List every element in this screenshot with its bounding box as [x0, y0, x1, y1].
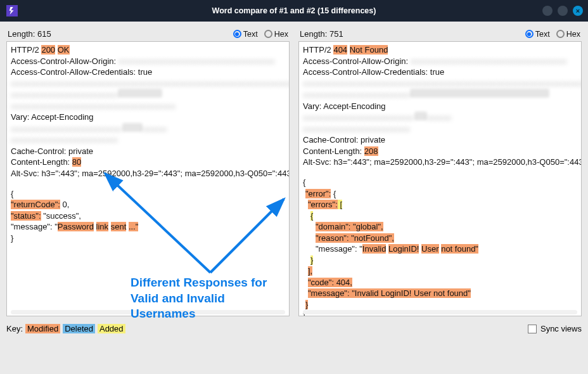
redacted-highlight [410, 89, 549, 98]
window-title: Word compare of #1 and #2 (15 difference… [212, 6, 376, 15]
json-key: "error": [305, 189, 331, 198]
header-acac: Access-Control-Allow-Credentials: true [303, 67, 577, 78]
radio-circle-icon [264, 30, 272, 38]
redacted-row: xxxxxxxxxxxxxxxxxxxxxxxxxxxxxxxxxxxxxxxx… [11, 89, 285, 112]
json-key: "returnCode": [11, 200, 60, 209]
pane-header-left: Length: 615 Text Hex [6, 29, 290, 39]
close-button[interactable]: × [573, 6, 583, 16]
http-version: HTTP/2 [303, 45, 333, 55]
content-length-value: 80 [72, 157, 81, 167]
redacted-row: xxxxxxxxxxxxxxxxxxxxxxxxxx [11, 134, 285, 146]
annotation-label: Different Responses for Valid and Invali… [131, 275, 276, 322]
header-acac: Access-Control-Allow-Credentials: true [11, 67, 285, 78]
header-content-length: Content-Length: [11, 157, 72, 167]
json-brace: { [303, 177, 577, 188]
footer: Key: Modified Deleted Added Sync views [6, 324, 582, 333]
key-modified: Modified [25, 324, 60, 333]
header-cache: Cache-Control: private [303, 134, 577, 146]
json-key: "status": [11, 211, 41, 221]
titlebar[interactable]: Word compare of #1 and #2 (15 difference… [0, 0, 588, 22]
radio-circle-icon [233, 30, 241, 38]
view-hex-radio-right[interactable]: Hex [556, 30, 580, 39]
header-altsvc: Alt-Svc: h3=":443"; ma=2592000,h3-29=":4… [303, 157, 577, 168]
redacted-text: xxxxxxxxxxxxxxxxxxxxxxxxxxxxxxxxxxxxxx [118, 56, 275, 66]
checkbox-icon [528, 325, 537, 333]
redacted-row: xxxxxxxxxxxxxxxxxxxxxxxxxxxxxxxxx [303, 112, 577, 124]
json-brace: } [305, 300, 308, 309]
header-altsvc: Alt-Svc: h3=":443"; ma=2592000,h3-29=":4… [11, 168, 285, 179]
view-hex-radio-left[interactable]: Hex [264, 30, 288, 39]
json-line: "code": 404, [308, 278, 352, 287]
redacted-row: xxxxxxxxxxxxxxxxxxxxxxxxxxxxxxxxxxxxxxxx… [303, 78, 577, 89]
view-text-radio-left[interactable]: Text [233, 30, 258, 39]
json-key: "errors": [308, 200, 338, 209]
redacted-text: xxxxxxxxxxxxxxxxxxxxxxxxxxxxxxxxxxxxxx [411, 56, 567, 66]
window-buttons: × [542, 6, 583, 16]
json-brace: } [11, 233, 285, 244]
json-line: "reason": "notFound", [316, 233, 394, 243]
redacted-highlight [118, 89, 162, 98]
redacted-row: xxxxxxxxxxxxxxxxxxxxxxxxxxxxxxxxx [11, 123, 285, 135]
redacted-row: xxxxxxxxxxxxxxxxxxxxxxxxxxxxxxxxxxxxxxxx… [11, 78, 285, 89]
json-line: "message": "Invalid LoginID! User not fo… [308, 288, 471, 298]
redacted-row: xxxxxxxxxxxxxxxxxxxxxxxxxx [303, 89, 577, 101]
maximize-button[interactable] [558, 6, 568, 16]
sync-views-checkbox[interactable]: Sync views [528, 324, 582, 333]
json-brace: { [11, 188, 285, 200]
status-code: 404 [333, 45, 347, 55]
content-length-value: 208 [364, 146, 378, 156]
radio-circle-icon [525, 30, 534, 38]
diff-key-legend: Key: Modified Deleted Added [6, 324, 125, 333]
redacted-row: xxxxxxxxxxxxxxxxxxxxxxxxxx [303, 124, 577, 135]
status-text: OK [58, 45, 70, 55]
response-pane-right[interactable]: HTTP/2 404 Not Found Access-Control-Allo… [298, 41, 582, 316]
scrollbar-horizontal[interactable] [303, 310, 577, 314]
http-version: HTTP/2 [11, 45, 41, 55]
header-acao: Access-Control-Allow-Origin: [11, 56, 116, 66]
json-line: "domain": "global", [316, 222, 383, 231]
view-text-radio-right[interactable]: Text [525, 30, 550, 39]
header-vary: Vary: Accept-Encoding [11, 112, 285, 123]
pane-header-right: Length: 751 Text Hex [298, 29, 582, 39]
json-brace: { [310, 211, 313, 221]
app-icon [6, 5, 18, 16]
length-label-left: Length: 615 [8, 29, 51, 39]
length-label-right: Length: 751 [300, 29, 343, 39]
radio-circle-icon [556, 30, 565, 38]
app-body: Length: 615 Text Hex Length: 751 Text [0, 22, 588, 374]
key-deleted: Deleted [63, 324, 95, 333]
header-acao: Access-Control-Allow-Origin: [303, 56, 408, 66]
header-vary: Vary: Accept-Encoding [303, 101, 577, 112]
minimize-button[interactable] [542, 6, 553, 16]
json-key: "message": [11, 222, 53, 231]
key-label: Key: [6, 324, 23, 333]
key-added: Added [98, 324, 125, 333]
status-code: 200 [41, 45, 55, 55]
header-content-length: Content-Length: [303, 146, 364, 156]
status-text: Not Found [350, 45, 388, 55]
header-cache: Cache-Control: private [11, 146, 285, 157]
json-brace: } [310, 255, 313, 265]
